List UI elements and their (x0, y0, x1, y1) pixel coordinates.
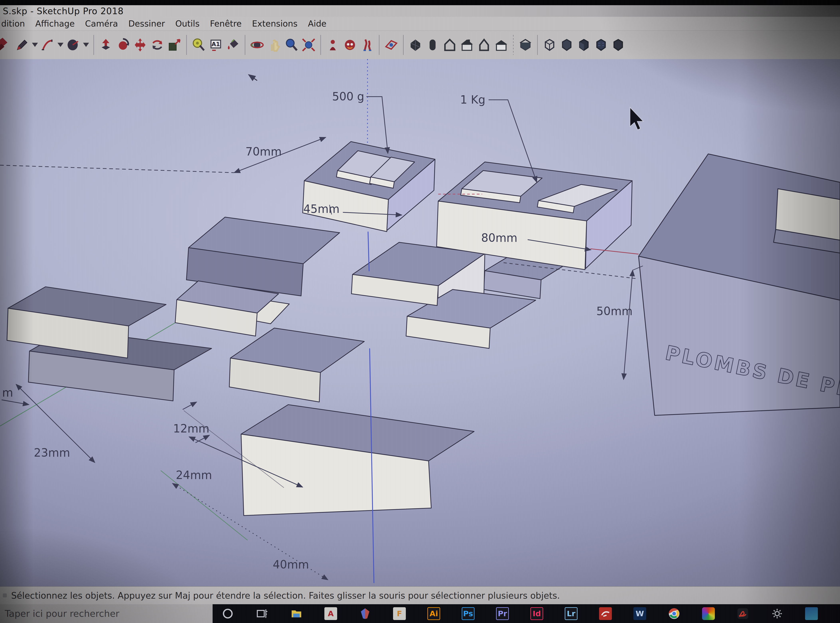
photoshop-icon[interactable]: Ps (461, 606, 475, 621)
look-around-tool-icon[interactable] (341, 35, 359, 55)
view-right-icon[interactable] (458, 35, 475, 55)
menu-dessiner[interactable]: Dessiner (128, 19, 165, 29)
settings-gear-icon[interactable] (770, 606, 784, 621)
taskbar-icon-area: A F Ai Ps Pr Id Lr W (213, 604, 840, 623)
weight-channel[interactable] (175, 217, 340, 336)
menu-affichage[interactable]: Affichage (35, 19, 75, 29)
style-wireframe-icon[interactable] (541, 35, 558, 55)
toolbar-separator (379, 35, 380, 55)
word-icon[interactable]: W (633, 606, 647, 621)
select-tool-icon[interactable] (0, 35, 14, 55)
status-message: Sélectionnez les objets. Appuyez sur Maj… (11, 591, 560, 601)
style-textured-icon[interactable] (592, 35, 610, 55)
red-swirl-app-icon[interactable] (598, 606, 613, 621)
svg-text:500 g: 500 g (332, 90, 364, 103)
position-camera-tool-icon[interactable] (324, 35, 341, 55)
zoom-tool-icon[interactable] (283, 35, 300, 55)
screen: S.skp - SketchUp Pro 2018 dition Afficha… (0, 0, 840, 623)
search-placeholder: Taper ici pour rechercher (0, 608, 120, 619)
file-explorer-icon[interactable] (289, 606, 304, 621)
arc-dropdown-icon[interactable] (57, 43, 63, 47)
toolbar-separator (94, 35, 94, 55)
view-front-icon[interactable] (441, 35, 458, 55)
menu-edition[interactable]: dition (1, 19, 25, 29)
dimension-50mm: 50mm (596, 266, 643, 380)
mail-app-icon[interactable] (804, 606, 819, 621)
dimension-23mm: 23mm (16, 384, 95, 463)
premiere-icon[interactable]: Pr (495, 606, 510, 621)
menu-extensions[interactable]: Extensions (252, 19, 297, 29)
style-shaded-icon[interactable] (575, 35, 592, 55)
3d-viewer-icon[interactable] (358, 606, 372, 621)
toolbar-separator (320, 35, 321, 55)
window-title: S.skp - SketchUp Pro 2018 (0, 6, 124, 16)
view-top-icon[interactable] (424, 35, 441, 55)
walk-tool-icon[interactable] (359, 35, 376, 55)
title-bar: S.skp - SketchUp Pro 2018 (0, 5, 840, 17)
dimension-icon-label: A1 (212, 41, 220, 48)
toolbar-separator (245, 35, 245, 55)
scale-tool-icon[interactable] (166, 35, 183, 55)
weight-plate-plombs[interactable]: PLOMBS DE PLONG (639, 154, 840, 415)
media-app-icon[interactable] (701, 606, 716, 621)
view-iso-icon[interactable] (407, 35, 424, 55)
photoshop-label: Ps (463, 609, 473, 618)
style-xray-icon[interactable] (517, 35, 534, 55)
status-icon (3, 594, 7, 597)
move-tool-icon[interactable] (132, 35, 149, 55)
section-plane-tool-icon[interactable] (383, 35, 400, 55)
indesign-icon[interactable]: Id (530, 606, 544, 621)
zoom-extents-tool-icon[interactable] (300, 35, 317, 55)
mouse-cursor (630, 107, 643, 130)
style-monochrome-icon[interactable] (610, 35, 627, 55)
dimension-tool-icon[interactable]: A1 (207, 35, 224, 55)
paint-bucket-tool-icon[interactable] (224, 35, 242, 55)
toolbar-separator (186, 35, 187, 55)
indesign-label: Id (533, 609, 541, 618)
svg-text:40mm: 40mm (273, 558, 309, 571)
toolbar-separator (403, 35, 404, 55)
lightroom-icon[interactable]: Lr (564, 606, 578, 621)
status-bar: Sélectionnez les objets. Appuyez sur Maj… (0, 586, 840, 604)
arc-tool-icon[interactable] (39, 35, 56, 55)
chrome-icon[interactable] (667, 606, 681, 621)
svg-text:23mm: 23mm (34, 446, 70, 459)
pan-tool-icon[interactable] (266, 35, 283, 55)
weight-500g[interactable] (303, 141, 435, 232)
screen-bezel (0, 0, 840, 5)
rotate-tool-icon[interactable] (149, 35, 166, 55)
svg-text:24mm: 24mm (176, 469, 212, 482)
illustrator-icon[interactable]: Ai (426, 606, 441, 621)
toolbar-separator-dashed (513, 35, 514, 55)
line-tool-icon[interactable] (14, 35, 31, 55)
viewport[interactable]: PLOMBS DE PLONG 70mm 45mm (0, 59, 840, 586)
taskbar-search-box[interactable]: Taper ici pour rechercher (0, 604, 213, 623)
illustrator-label: Ai (429, 609, 438, 618)
circle-tool-icon[interactable] (65, 35, 82, 55)
f-app-label: F (397, 609, 402, 618)
weight-step-bottom[interactable] (229, 328, 474, 516)
style-hidden-line-icon[interactable] (558, 35, 575, 55)
view-left-icon[interactable] (475, 35, 493, 55)
f-app-icon[interactable]: F (392, 606, 407, 621)
autocad-label: A (328, 609, 334, 618)
svg-text:1 Kg: 1 Kg (460, 93, 485, 106)
autocad-icon[interactable]: A (323, 606, 338, 621)
line-dropdown-icon[interactable] (32, 43, 38, 47)
acrobat-icon[interactable] (736, 606, 750, 621)
task-view-icon[interactable] (255, 606, 269, 621)
follow-me-tool-icon[interactable] (114, 35, 132, 55)
orbit-tool-icon[interactable] (248, 35, 266, 55)
menu-fenetre[interactable]: Fenêtre (210, 19, 242, 29)
cortana-icon[interactable] (221, 606, 235, 621)
menu-camera[interactable]: Caméra (85, 19, 118, 29)
tape-measure-tool-icon[interactable] (190, 35, 207, 55)
sketch-mark (248, 75, 257, 81)
circle-dropdown-icon[interactable] (83, 43, 89, 47)
menu-aide[interactable]: Aide (308, 19, 326, 29)
push-pull-tool-icon[interactable] (97, 35, 114, 55)
dimension-70mm: 70mm (234, 137, 326, 173)
svg-text:12mm: 12mm (173, 422, 209, 435)
view-back-icon[interactable] (493, 35, 510, 55)
menu-outils[interactable]: Outils (175, 19, 199, 29)
